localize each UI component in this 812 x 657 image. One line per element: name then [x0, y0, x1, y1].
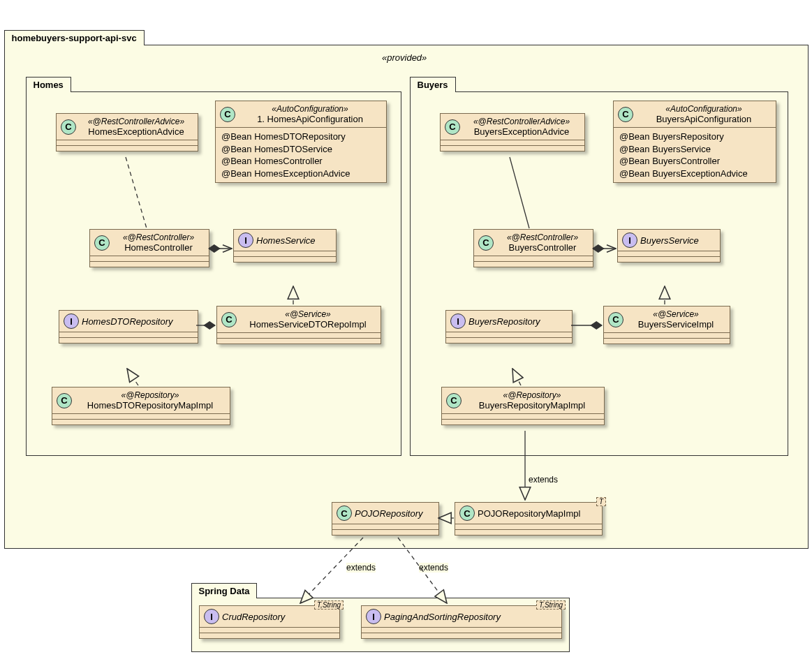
- interface-icon: I: [238, 232, 253, 248]
- label-extends-3: extends: [419, 563, 448, 573]
- label-extends-1: extends: [529, 475, 558, 485]
- class-buyers-api-configuration: C «AutoConfiguration» BuyersApiConfigura…: [613, 101, 776, 183]
- class-icon: C: [446, 393, 462, 408]
- interface-icon: I: [204, 609, 219, 624]
- interface-paging-repository: T,String I PagingAndSortingRepository: [361, 605, 562, 639]
- class-homes-repo-impl: C «@Repository» HomesDTORepositoryMapImp…: [52, 387, 230, 425]
- package-buyers: Buyers C «@RestControllerAdvice» BuyersE…: [410, 91, 788, 456]
- class-homes-service-impl: C «@Service» HomesServiceDTORepoImpl: [216, 306, 381, 344]
- class-icon: C: [337, 505, 352, 521]
- package-tab-homes: Homes: [26, 77, 71, 92]
- interface-buyers-service: I BuyersService: [617, 229, 721, 263]
- class-buyers-service-impl: C «@Service» BuyersServiceImpl: [603, 306, 730, 344]
- class-buyers-repo-impl: C «@Repository» BuyersRepositoryMapImpl: [441, 387, 605, 425]
- type-param: T: [596, 497, 606, 506]
- class-icon: C: [608, 312, 623, 327]
- type-param: T,String: [314, 600, 344, 610]
- class-icon: C: [459, 505, 475, 521]
- interface-icon: I: [64, 313, 79, 329]
- beans-list: @Bean HomesDTORepository @Bean HomesDTOS…: [216, 128, 386, 182]
- provided-stereotype: «provided»: [382, 52, 427, 63]
- class-icon: C: [94, 235, 110, 251]
- package-tab-outer: homebuyers-support-api-svc: [4, 30, 145, 45]
- package-spring-data: Spring Data T,String I CrudRepository T,…: [191, 598, 570, 652]
- interface-homes-service: I HomesService: [233, 229, 337, 263]
- interface-crud-repository: T,String I CrudRepository: [199, 605, 340, 639]
- label-extends-2: extends: [346, 563, 376, 573]
- class-icon: C: [57, 393, 72, 408]
- interface-icon: I: [622, 232, 637, 248]
- class-pojo-repository-map-impl: T C POJORepositoryMapImpl: [455, 502, 603, 536]
- type-param: T,String: [536, 600, 566, 610]
- package-tab-buyers: Buyers: [410, 77, 456, 92]
- class-buyers-exception-advice: C «@RestControllerAdvice» BuyersExceptio…: [440, 113, 585, 152]
- class-homes-exception-advice: C «@RestControllerAdvice» HomesException…: [56, 113, 198, 152]
- class-icon: C: [445, 119, 460, 135]
- class-homes-controller: C «@RestController» HomesController: [89, 229, 209, 267]
- class-icon: C: [478, 235, 494, 251]
- class-icon: C: [221, 312, 237, 327]
- interface-icon: I: [366, 609, 381, 624]
- class-pojo-repository: C POJORepository: [332, 502, 439, 536]
- interface-icon: I: [450, 313, 466, 329]
- class-homes-api-configuration: C «AutoConfiguration» 1. HomesApiConfigu…: [215, 101, 387, 183]
- class-icon: C: [61, 119, 76, 135]
- interface-homes-dto-repository: I HomesDTORepository: [59, 310, 198, 344]
- class-icon: C: [618, 107, 633, 122]
- package-tab-spring: Spring Data: [191, 583, 258, 598]
- package-homes: Homes C «@RestControllerAdvice» HomesExc…: [26, 91, 401, 456]
- beans-list: @Bean BuyersRepository @Bean BuyersServi…: [614, 128, 776, 182]
- package-outer: homebuyers-support-api-svc «provided» Ho…: [4, 45, 809, 549]
- class-buyers-controller: C «@RestController» BuyersController: [473, 229, 593, 267]
- interface-buyers-repository: I BuyersRepository: [445, 310, 573, 344]
- class-icon: C: [220, 107, 235, 122]
